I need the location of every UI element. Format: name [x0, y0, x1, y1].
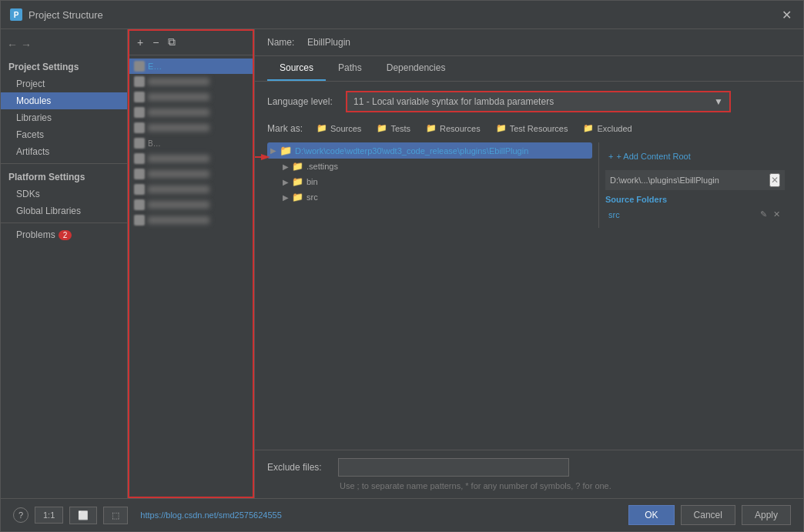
exclude-hint: Use ; to separate name patterns, * for a…	[340, 481, 791, 490]
copy-module-button[interactable]: ⧉	[165, 34, 179, 50]
sidebar-item-project[interactable]: Project	[1, 75, 127, 92]
sidebar-item-problems[interactable]: Problems 2	[1, 226, 127, 243]
zoom-screen-button[interactable]: ⬚	[103, 507, 128, 524]
mark-excluded-button[interactable]: 📁 Excluded	[578, 122, 636, 135]
mark-resources-button[interactable]: 📁 Resources	[421, 122, 485, 135]
source-folder-name: src	[608, 210, 620, 219]
sidebar-item-libraries[interactable]: Libraries	[1, 109, 127, 126]
add-content-root-label: + Add Content Root	[616, 152, 690, 161]
module-icon-1	[134, 76, 145, 87]
mark-sources-button[interactable]: 📁 Sources	[312, 122, 366, 135]
tabs-row: Sources Paths Dependencies	[255, 56, 803, 82]
nav-arrows: ← →	[1, 35, 127, 57]
module-item-2[interactable]	[128, 89, 254, 105]
module-icon-0	[134, 61, 145, 72]
test-resources-folder-icon: 📁	[496, 123, 507, 133]
exclude-files-row: Exclude files:	[267, 458, 791, 477]
project-settings-header: Project Settings	[1, 57, 127, 75]
source-folder-actions: ✎ ✕	[759, 209, 782, 220]
root-path: D:\work\code\wdterp30\wdt3_code_release\…	[295, 146, 528, 156]
src-folder-label: src	[307, 192, 318, 202]
apply-button[interactable]: Apply	[742, 505, 791, 525]
dropdown-arrow-icon: ▼	[714, 96, 723, 107]
module-name-8	[148, 186, 209, 193]
module-item-10[interactable]	[128, 212, 254, 228]
language-level-row: Language level: 11 - Local variable synt…	[267, 91, 791, 112]
language-level-select[interactable]: 11 - Local variable syntax for lambda pa…	[346, 91, 731, 112]
resources-folder-icon: 📁	[426, 123, 437, 133]
language-level-value: 11 - Local variable syntax for lambda pa…	[353, 96, 554, 107]
tree-bin-row[interactable]: ▶ 📁 bin	[280, 174, 592, 189]
remove-source-folder-button[interactable]: ✕	[772, 209, 782, 220]
module-name-2	[148, 93, 209, 101]
module-icon-9	[134, 199, 145, 210]
module-icon-5	[134, 138, 145, 149]
module-item-9[interactable]	[128, 197, 254, 212]
tree-section: ▶ 📁 D:\work\code\wdterp30\wdt3_code_rele…	[267, 142, 791, 228]
module-item-6[interactable]	[128, 151, 254, 166]
ok-button[interactable]: OK	[628, 505, 674, 525]
exclude-files-label: Exclude files:	[267, 462, 329, 473]
add-module-button[interactable]: +	[134, 34, 146, 50]
exclude-files-input[interactable]	[338, 458, 569, 477]
tab-sources[interactable]: Sources	[267, 56, 326, 81]
name-label: Name:	[267, 37, 298, 48]
back-button[interactable]: ←	[7, 38, 18, 51]
name-row: Name: EbillPlugin	[255, 29, 803, 56]
sidebar-item-sdks[interactable]: SDKs	[1, 186, 127, 202]
platform-settings-header: Platform Settings	[1, 167, 127, 186]
module-item-8[interactable]	[128, 182, 254, 197]
module-item-5[interactable]: B…	[128, 136, 254, 151]
main-content: ← → Project Settings Project Modules Lib…	[1, 29, 803, 498]
bottom-panel: Exclude files: Use ; to separate name pa…	[255, 450, 803, 498]
module-item-3[interactable]	[128, 105, 254, 120]
module-item-1[interactable]	[128, 74, 254, 89]
language-level-label: Language level:	[267, 96, 337, 107]
module-icon-4	[134, 122, 145, 133]
url-display: https://blog.csdn.net/smd2575624555	[140, 510, 281, 520]
module-name-10	[148, 216, 209, 224]
module-icon-8	[134, 184, 145, 195]
content-root-close-button[interactable]: ✕	[769, 173, 780, 187]
tree-root-row[interactable]: ▶ 📁 D:\work\code\wdterp30\wdt3_code_rele…	[267, 142, 592, 159]
forward-button[interactable]: →	[21, 38, 32, 51]
dialog-title: Project Structure	[28, 9, 103, 21]
tab-paths[interactable]: Paths	[326, 56, 374, 81]
sidebar-item-global-libraries[interactable]: Global Libraries	[1, 202, 127, 219]
module-item-0[interactable]: E…	[128, 59, 254, 74]
tree-settings-row[interactable]: ▶ 📁 .settings	[280, 159, 592, 174]
sidebar-item-artifacts[interactable]: Artifacts	[1, 143, 127, 160]
help-button[interactable]: ?	[13, 507, 28, 523]
module-list: E…	[128, 55, 254, 231]
tree-toolbar: + − ⧉	[128, 29, 254, 55]
sidebar-item-facets[interactable]: Facets	[1, 126, 127, 143]
tree-panel: + − ⧉ E…	[128, 29, 255, 498]
mark-tests-button[interactable]: 📁 Tests	[372, 122, 415, 135]
excluded-folder-icon: 📁	[583, 123, 594, 133]
settings-chevron-icon: ▶	[283, 162, 289, 171]
module-icon-7	[134, 169, 145, 179]
zoom-1-1-button[interactable]: 1:1	[35, 507, 63, 524]
remove-module-button[interactable]: −	[149, 34, 162, 50]
sources-panel: Language level: 11 - Local variable synt…	[255, 82, 803, 450]
close-button[interactable]: ✕	[779, 7, 794, 22]
markAs-label: Mark as:	[267, 123, 303, 134]
cancel-button[interactable]: Cancel	[681, 505, 735, 525]
sidebar-divider-2	[1, 223, 127, 223]
sidebar-item-modules[interactable]: Modules	[1, 92, 127, 109]
right-info-panel: + + Add Content Root D:\work\...\plugins…	[598, 142, 791, 228]
main-panel: Name: EbillPlugin Sources Paths Dependen…	[255, 29, 803, 498]
content-tree: ▶ 📁 D:\work\code\wdterp30\wdt3_code_rele…	[267, 142, 592, 228]
footer-left: ? 1:1 ⬜ ⬚ https://blog.csdn.net/smd25756…	[13, 507, 282, 524]
tree-src-row[interactable]: ▶ 📁 src	[280, 189, 592, 205]
module-item-7[interactable]	[128, 166, 254, 182]
mark-test-resources-button[interactable]: 📁 Test Resources	[491, 122, 573, 135]
add-content-root-button[interactable]: + + Add Content Root	[605, 149, 785, 164]
module-icon-10	[134, 215, 145, 226]
source-folders-label: Source Folders	[605, 195, 785, 204]
module-item-4[interactable]	[128, 120, 254, 136]
module-icon-6	[134, 153, 145, 164]
zoom-fit-button[interactable]: ⬜	[69, 507, 97, 524]
edit-source-folder-button[interactable]: ✎	[759, 209, 769, 220]
tab-dependencies[interactable]: Dependencies	[374, 56, 458, 81]
